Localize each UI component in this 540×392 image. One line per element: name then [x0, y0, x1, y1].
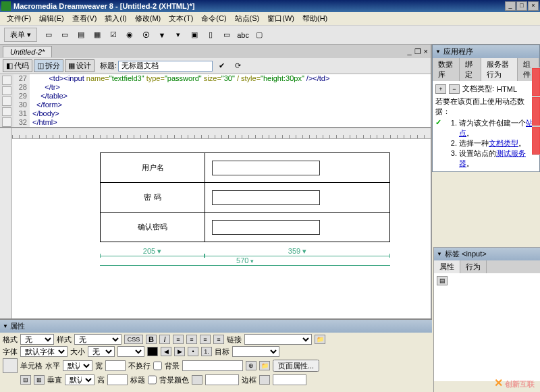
align-left-icon[interactable]: ≡ — [173, 335, 184, 344]
close-button[interactable]: × — [528, 1, 539, 11]
link-select[interactable] — [244, 334, 312, 345]
cell-field[interactable] — [205, 183, 390, 213]
format-select[interactable]: 无 — [20, 334, 54, 345]
bold-icon[interactable]: B — [146, 335, 157, 344]
radio-icon[interactable]: ◉ — [122, 28, 137, 42]
radiogroup-icon[interactable]: ⦿ — [138, 28, 153, 42]
nowrap-checkbox[interactable] — [153, 360, 162, 371]
horz-select[interactable]: 默认 — [63, 360, 92, 371]
form-icon[interactable]: ▭ — [41, 28, 56, 42]
button-icon[interactable]: ▭ — [219, 28, 234, 42]
menu-modify[interactable]: 修改(M) — [131, 12, 165, 25]
menu-window[interactable]: 窗口(W) — [263, 12, 298, 25]
outdent-icon[interactable]: ◀ — [161, 347, 171, 356]
jumpmenu-icon[interactable]: ▾ — [171, 28, 186, 42]
link-folder-icon[interactable]: 📁 — [315, 335, 325, 344]
minimize-button[interactable]: _ — [505, 1, 516, 11]
css-button[interactable]: CSS — [124, 335, 143, 344]
font-select[interactable]: 默认字体 — [20, 346, 68, 357]
tag-body[interactable]: ▤ — [434, 273, 540, 381]
bgcolor-input[interactable] — [205, 374, 239, 385]
color-swatch[interactable] — [147, 347, 158, 356]
cell-label[interactable]: 密 码 — [101, 183, 205, 213]
tab-bindings[interactable]: 绑定 — [460, 58, 481, 81]
hidden-icon[interactable]: ▤ — [74, 28, 88, 42]
doc-minimize-icon[interactable]: _ — [407, 47, 411, 56]
header-checkbox[interactable] — [148, 374, 157, 385]
vtb-icon[interactable] — [2, 86, 11, 96]
menu-commands[interactable]: 命令(C) — [197, 12, 230, 25]
menu-help[interactable]: 帮助(H) — [298, 12, 331, 25]
title-input[interactable] — [118, 61, 213, 72]
design-canvas[interactable]: 用户名 密 码 确认密码 205 ▾ 359 ▾ 570 ▾ — [12, 139, 431, 329]
bgcolor-swatch[interactable] — [192, 375, 202, 385]
tab-behaviors[interactable]: 行为 — [460, 260, 487, 273]
browser-check-icon[interactable]: ⟳ — [230, 59, 245, 73]
tab-attributes[interactable]: 属性 — [434, 260, 460, 273]
vtb-icon[interactable] — [2, 117, 11, 127]
ul-icon[interactable]: • — [188, 347, 198, 356]
menu-file[interactable]: 文件(F) — [3, 12, 35, 25]
vert-select[interactable]: 默认 — [65, 374, 94, 385]
border-swatch[interactable] — [259, 375, 270, 385]
menu-insert[interactable]: 插入(I) — [101, 12, 130, 25]
vtb-icon[interactable] — [2, 96, 11, 106]
label-icon[interactable]: abc — [236, 28, 250, 42]
panel-title[interactable]: ▼应用程序 — [433, 45, 539, 58]
validate-icon[interactable]: ✔ — [214, 59, 229, 73]
vtb-icon[interactable] — [2, 76, 11, 85]
confirm-password-input[interactable] — [212, 220, 320, 235]
bg-folder-icon[interactable]: 📁 — [259, 361, 270, 370]
filefield-icon[interactable]: ▯ — [203, 28, 218, 42]
design-view-button[interactable]: ▦ 设计 — [65, 59, 94, 72]
fieldset-icon[interactable]: ▢ — [252, 28, 267, 42]
code-text[interactable]: <td><input name="textfield3" type="passw… — [30, 74, 431, 127]
bg-browse-icon[interactable]: ⊕ — [246, 361, 256, 370]
page-properties-button[interactable]: 页面属性... — [273, 360, 319, 372]
textfield-icon[interactable]: ▭ — [57, 28, 72, 42]
split-icon[interactable]: ⊞ — [34, 375, 45, 385]
menu-view[interactable]: 查看(V) — [68, 12, 101, 25]
doctype-link[interactable]: 文档类型 — [489, 139, 518, 147]
doc-close-icon[interactable]: × — [424, 47, 428, 56]
panel-title[interactable]: ▼ 属性 — [0, 320, 432, 333]
cell-label[interactable]: 用户名 — [101, 153, 205, 183]
align-center-icon[interactable]: ≡ — [186, 335, 197, 344]
tab-database[interactable]: 数据库 — [433, 58, 460, 81]
align-justify-icon[interactable]: ≡ — [213, 335, 224, 344]
bg-input[interactable] — [182, 360, 243, 371]
split-view-button[interactable]: ◫ 拆分 — [34, 59, 63, 72]
ol-icon[interactable]: 1. — [201, 347, 212, 356]
menu-text[interactable]: 文本(T) — [165, 12, 197, 25]
code-view[interactable]: 2728293031323334 <td><input name="textfi… — [0, 74, 431, 128]
align-right-icon[interactable]: ≡ — [200, 335, 211, 344]
add-icon[interactable]: ▤ — [437, 276, 448, 285]
cell-icon[interactable] — [3, 358, 18, 373]
indent-icon[interactable]: ▶ — [174, 347, 185, 356]
size-unit-select[interactable] — [117, 346, 144, 357]
textarea-icon[interactable]: ▦ — [90, 28, 105, 42]
add-button[interactable]: + — [435, 84, 446, 94]
document-tab[interactable]: Untitled-2* — [3, 46, 52, 57]
size-select[interactable]: 无 — [88, 346, 115, 357]
height-input[interactable] — [107, 374, 128, 385]
cell-field[interactable] — [205, 213, 390, 242]
width-input[interactable] — [105, 360, 126, 371]
doc-restore-icon[interactable]: ❐ — [414, 47, 421, 56]
insert-category[interactable]: 表单 ▾ — [4, 28, 37, 42]
cell-field[interactable] — [205, 153, 390, 183]
panel-title[interactable]: ▼标签 <input> — [434, 248, 540, 260]
imagefield-icon[interactable]: ▣ — [187, 28, 202, 42]
cell-label[interactable]: 确认密码 — [101, 213, 205, 242]
menu-site[interactable]: 站点(S) — [231, 12, 264, 25]
merge-icon[interactable]: ⊟ — [20, 375, 31, 385]
select-icon[interactable]: ▼ — [155, 28, 169, 42]
vtb-icon[interactable] — [2, 107, 11, 117]
design-view[interactable]: 用户名 密 码 确认密码 205 ▾ 359 ▾ 570 ▾ — [0, 128, 431, 329]
border-input[interactable] — [273, 374, 306, 385]
password-input[interactable] — [212, 190, 320, 205]
form-table[interactable]: 用户名 密 码 确认密码 — [100, 152, 390, 242]
username-input[interactable] — [212, 161, 320, 175]
menu-edit[interactable]: 编辑(E) — [35, 12, 68, 25]
tab-server-behaviors[interactable]: 服务器行为 — [481, 58, 518, 81]
